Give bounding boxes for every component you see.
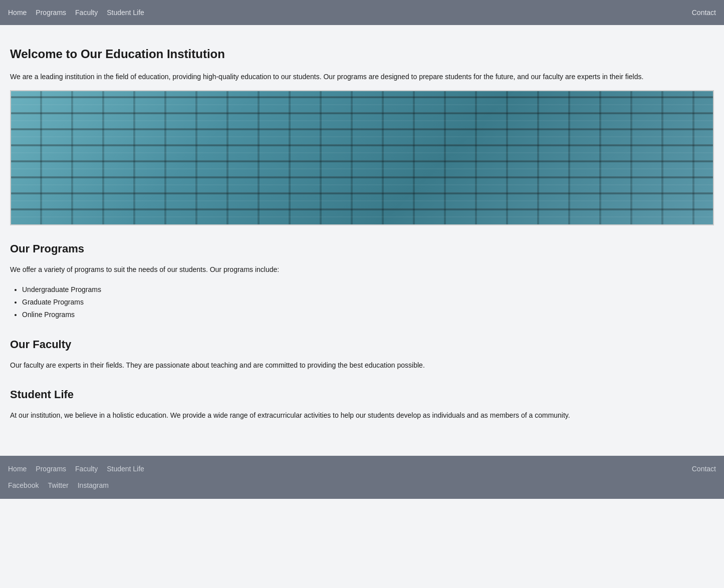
list-item: Online Programs <box>22 309 714 321</box>
footer-social: Facebook Twitter Instagram <box>8 480 716 491</box>
faculty-description: Our faculty are experts in their fields.… <box>10 360 714 371</box>
welcome-section: Welcome to Our Education Institution We … <box>10 45 714 225</box>
nav-programs[interactable]: Programs <box>36 8 66 18</box>
programs-intro: We offer a variety of programs to suit t… <box>10 264 714 275</box>
footer-nav-home[interactable]: Home <box>8 464 27 474</box>
navbar: Home Programs Faculty Student Life Conta… <box>0 0 724 25</box>
main-content: Welcome to Our Education Institution We … <box>0 25 724 456</box>
list-item: Undergraduate Programs <box>22 283 714 296</box>
welcome-description: We are a leading institution in the fiel… <box>10 71 714 82</box>
footer-nav-right: Contact <box>692 464 716 474</box>
list-item: Graduate Programs <box>22 296 714 309</box>
nav-home[interactable]: Home <box>8 8 27 18</box>
faculty-title: Our Faculty <box>10 336 714 353</box>
footer-nav-contact[interactable]: Contact <box>692 464 716 474</box>
footer: Home Programs Faculty Student Life Conta… <box>0 456 724 499</box>
footer-nav-left: Home Programs Faculty Student Life <box>8 464 144 474</box>
footer-nav-programs[interactable]: Programs <box>36 464 66 474</box>
nav-student-life[interactable]: Student Life <box>107 8 144 18</box>
footer-nav-student-life[interactable]: Student Life <box>107 464 144 474</box>
student-life-description: At our institution, we believe in a holi… <box>10 410 714 421</box>
nav-left: Home Programs Faculty Student Life <box>8 8 144 18</box>
faculty-section: Our Faculty Our faculty are experts in t… <box>10 336 714 371</box>
nav-contact[interactable]: Contact <box>692 8 716 18</box>
student-life-title: Student Life <box>10 386 714 403</box>
programs-list: Undergraduate Programs Graduate Programs… <box>22 283 714 322</box>
programs-title: Our Programs <box>10 240 714 257</box>
programs-section: Our Programs We offer a variety of progr… <box>10 240 714 321</box>
footer-nav-faculty[interactable]: Faculty <box>75 464 98 474</box>
social-instagram[interactable]: Instagram <box>78 480 109 491</box>
footer-nav: Home Programs Faculty Student Life Conta… <box>8 464 716 474</box>
social-facebook[interactable]: Facebook <box>8 480 39 491</box>
welcome-title: Welcome to Our Education Institution <box>10 45 714 63</box>
nav-faculty[interactable]: Faculty <box>75 8 98 18</box>
nav-right: Contact <box>692 8 716 18</box>
social-twitter[interactable]: Twitter <box>48 480 68 491</box>
hero-image <box>10 90 714 225</box>
student-life-section: Student Life At our institution, we beli… <box>10 386 714 421</box>
